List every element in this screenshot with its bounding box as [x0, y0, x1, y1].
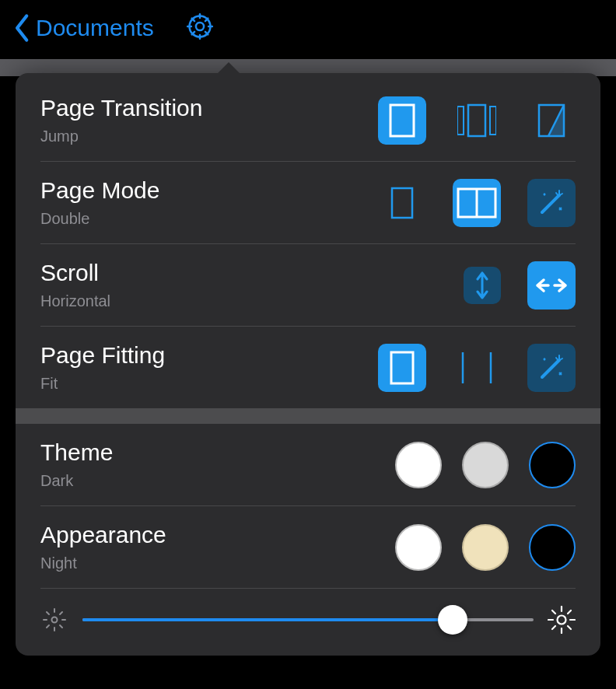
settings-popover: Page Transition Jump Page Mode Double [16, 73, 600, 656]
theme-title: Theme [40, 439, 113, 466]
fit-page-icon [389, 351, 415, 385]
scroll-options [464, 261, 576, 310]
scroll-row: Scroll Horizontal [16, 244, 600, 326]
page-fitting-row: Page Fitting Fit [16, 327, 600, 408]
page-transition-value: Jump [40, 128, 202, 145]
page-fitting-title: Page Fitting [40, 342, 165, 369]
scroll-horizontal-option[interactable] [527, 261, 576, 310]
brightness-low-icon [40, 606, 68, 634]
theme-white-option[interactable] [395, 442, 442, 488]
theme-dark-option[interactable] [529, 442, 576, 488]
svg-line-18 [47, 612, 49, 614]
magic-wand-icon [536, 187, 567, 219]
section-divider [16, 408, 600, 424]
page-fitting-fit-option[interactable] [378, 344, 426, 392]
svg-line-20 [47, 625, 49, 628]
theme-options [395, 442, 576, 488]
appearance-night-option[interactable] [529, 524, 576, 571]
gear-icon [185, 12, 215, 41]
single-page-icon [388, 103, 416, 138]
chevron-left-icon [14, 13, 31, 43]
horizontal-arrows-icon [534, 277, 569, 294]
page-fitting-labels: Page Fitting Fit [40, 342, 165, 393]
svg-line-30 [568, 610, 571, 614]
page-mode-automatic-option[interactable] [527, 179, 576, 227]
page-fitting-adaptive-option[interactable] [527, 344, 576, 392]
header-bar: Documents [0, 0, 616, 56]
page-curl-icon [537, 103, 565, 138]
svg-point-1 [189, 16, 210, 37]
svg-line-28 [568, 626, 571, 629]
brightness-slider[interactable] [82, 618, 534, 621]
brightness-high-icon [548, 606, 576, 634]
settings-button[interactable] [185, 12, 215, 44]
svg-line-21 [60, 612, 62, 614]
page-mode-double-option[interactable] [453, 179, 501, 227]
appearance-sepia-option[interactable] [462, 524, 509, 571]
theme-value: Dark [40, 472, 113, 490]
page-transition-scroll-option[interactable] [453, 96, 501, 145]
double-page-icon [457, 187, 497, 219]
page-fitting-value: Fit [40, 375, 165, 393]
page-transition-row: Page Transition Jump [16, 79, 600, 161]
scroll-value: Horizontal [40, 292, 110, 310]
page-fitting-options [378, 344, 576, 392]
back-label: Documents [36, 15, 154, 41]
appearance-options [395, 524, 576, 571]
appearance-labels: Appearance Night [40, 522, 166, 572]
svg-rect-5 [490, 107, 496, 135]
appearance-row: Appearance Night [16, 506, 600, 588]
page-transition-title: Page Transition [40, 95, 202, 121]
page-mode-options [378, 179, 576, 227]
svg-line-19 [60, 625, 62, 628]
brightness-row [16, 589, 600, 656]
appearance-value: Night [40, 554, 166, 572]
page-mode-title: Page Mode [40, 177, 159, 204]
svg-rect-10 [391, 352, 413, 383]
svg-point-13 [52, 617, 58, 623]
svg-rect-3 [457, 107, 464, 135]
back-button[interactable]: Documents [14, 13, 154, 43]
appearance-white-option[interactable] [395, 524, 442, 571]
brightness-fill [82, 618, 453, 621]
page-mode-row: Page Mode Double [16, 162, 600, 243]
magic-wand-icon [536, 352, 567, 383]
page-transition-curl-option[interactable] [527, 96, 576, 145]
scroll-title: Scroll [40, 260, 110, 286]
svg-point-0 [196, 23, 204, 30]
popover-pointer [216, 62, 241, 75]
page-mode-labels: Page Mode Double [40, 177, 159, 228]
page-mode-single-option[interactable] [378, 179, 426, 227]
page-transition-jump-option[interactable] [378, 96, 426, 145]
page-transition-options [378, 96, 576, 145]
fill-width-icon [460, 351, 494, 385]
single-page-icon [390, 187, 414, 219]
svg-point-22 [558, 616, 566, 624]
page-transition-labels: Page Transition Jump [40, 95, 202, 145]
svg-line-29 [552, 626, 555, 629]
svg-line-27 [552, 610, 555, 614]
svg-rect-4 [468, 105, 485, 136]
scroll-labels: Scroll Horizontal [40, 260, 110, 310]
svg-rect-2 [390, 105, 414, 136]
page-mode-value: Double [40, 210, 159, 228]
scroll-vertical-option[interactable] [464, 267, 501, 304]
theme-gray-option[interactable] [462, 442, 509, 488]
brightness-thumb[interactable] [438, 605, 467, 635]
page-fitting-width-option[interactable] [453, 344, 501, 392]
continuous-pages-icon [457, 103, 496, 138]
theme-row: Theme Dark [16, 424, 600, 505]
svg-rect-7 [392, 188, 412, 218]
vertical-arrows-icon [474, 271, 490, 299]
appearance-title: Appearance [40, 522, 166, 548]
theme-labels: Theme Dark [40, 439, 113, 490]
